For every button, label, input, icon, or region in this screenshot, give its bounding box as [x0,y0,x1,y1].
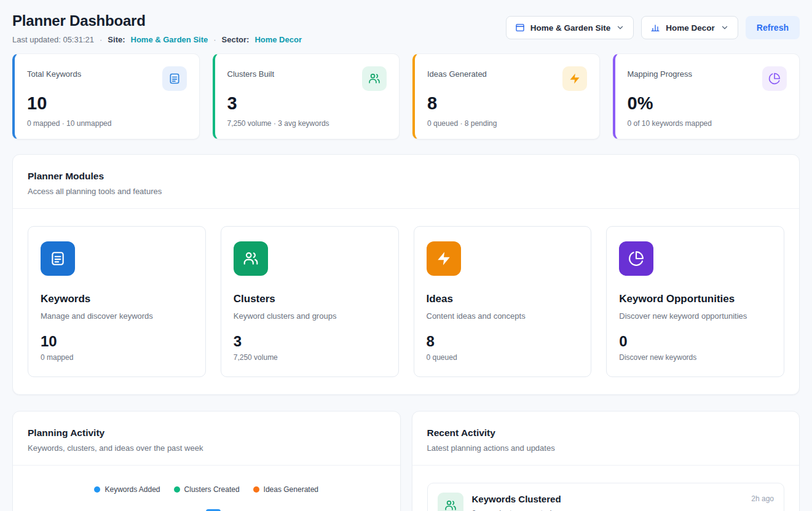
legend-label: Keywords Added [104,485,160,494]
module-description: Content ideas and concepts [427,311,579,321]
stat-label: Total Keywords [27,66,81,79]
activity-timestamp: 2h ago [751,493,774,503]
stat-value: 3 [227,93,387,114]
stat-detail: 7,250 volume · 3 avg keywords [227,119,387,128]
planning-activity-title: Planning Activity [28,427,385,439]
module-description: Discover new keyword opportunities [619,311,771,321]
last-updated-text: Last updated: 05:31:21 [12,35,94,44]
modules-section-header: Planner Modules Access all planning tool… [13,155,799,209]
module-detail: 7,250 volume [234,353,386,362]
sector-link[interactable]: Home Decor [254,35,302,44]
sector-selector-dropdown[interactable]: Home Decor [641,16,738,39]
stat-label: Clusters Built [227,66,275,79]
sector-label: Sector: [222,35,250,44]
stat-card-total-keywords: Total Keywords 10 0 mapped · 10 unmapped [12,53,200,139]
planning-activity-body: Keywords Added Clusters Created Ideas Ge… [13,466,400,511]
module-description: Manage and discover keywords [41,311,193,321]
module-value: 10 [41,333,193,350]
legend-item-ideas-generated: Ideas Generated [253,485,318,494]
module-card-keyword-opportunities[interactable]: Keyword Opportunities Discover new keywo… [606,226,784,377]
users-icon [234,241,268,276]
site-selector-dropdown[interactable]: Home & Garden Site [506,16,634,39]
recent-activity-subtitle: Latest planning actions and updates [427,443,785,453]
stat-card-top: Mapping Progress [628,66,787,91]
document-list-icon [162,66,187,91]
planning-activity-panel: Planning Activity Keywords, clusters, an… [12,411,401,511]
recent-activity-panel: Recent Activity Latest planning actions … [412,411,800,511]
activity-title: Keywords Clustered [472,494,743,504]
recent-activity-header: Recent Activity Latest planning actions … [412,412,800,466]
bar-chart-icon [650,23,660,33]
site-label: Site: [108,35,125,44]
module-card-ideas[interactable]: Ideas Content ideas and concepts 8 0 que… [414,226,592,377]
recent-activity-body: Keywords Clustered 3 new clusters create… [412,466,800,511]
site-icon [515,23,525,33]
legend-item-keywords-added: Keywords Added [94,485,160,494]
modules-grid: Keywords Manage and discover keywords 10… [13,209,799,394]
module-title: Clusters [234,293,386,305]
stat-label: Ideas Generated [427,66,487,79]
module-detail: 0 queued [427,353,579,362]
pie-chart-icon [619,241,653,276]
module-card-keywords[interactable]: Keywords Manage and discover keywords 10… [28,226,206,377]
stat-detail: 0 queued · 8 pending [427,119,587,128]
activity-content: Keywords Clustered 3 new clusters create… [472,493,743,511]
module-title: Ideas [427,293,579,305]
page-header: Planner Dashboard Last updated: 05:31:21… [12,12,800,44]
meta-separator: · [100,35,102,44]
users-icon [362,66,387,91]
module-value: 0 [619,333,771,350]
module-title: Keywords [41,293,193,305]
legend-dot-icon [174,486,180,493]
legend-dot-icon [94,486,100,493]
stat-detail: 0 mapped · 10 unmapped [27,119,187,128]
module-detail: 0 mapped [41,353,193,362]
module-card-clusters[interactable]: Clusters Keyword clusters and groups 3 7… [221,226,399,377]
pie-chart-icon [762,66,787,91]
users-icon [438,493,463,511]
legend-dot-icon [253,486,259,493]
legend-item-clusters-created: Clusters Created [174,485,240,494]
stat-detail: 0 of 10 keywords mapped [628,119,787,128]
stat-value: 0% [628,93,787,114]
refresh-button[interactable]: Refresh [746,16,800,39]
page-header-left: Planner Dashboard Last updated: 05:31:21… [12,12,302,44]
stats-row: Total Keywords 10 0 mapped · 10 unmapped… [12,53,800,139]
stat-card-ideas-generated: Ideas Generated 8 0 queued · 8 pending [412,53,600,139]
site-link[interactable]: Home & Garden Site [131,35,208,44]
stat-card-top: Ideas Generated [427,66,587,91]
recent-activity-title: Recent Activity [427,427,785,439]
stat-card-top: Total Keywords [27,66,187,91]
stat-card-top: Clusters Built [227,66,387,91]
page-title: Planner Dashboard [12,12,302,29]
module-detail: Discover new keywords [619,353,771,362]
planning-activity-header: Planning Activity Keywords, clusters, an… [13,412,400,466]
activity-description: 3 new clusters created [472,509,743,511]
chevron-down-icon [616,23,625,32]
module-description: Keyword clusters and groups [234,311,386,321]
module-value: 8 [427,333,579,350]
lightning-icon [562,66,587,91]
header-controls: Home & Garden Site Home Decor Refresh [506,12,800,39]
planning-activity-subtitle: Keywords, clusters, and ideas over the p… [28,443,385,453]
site-selector-value: Home & Garden Site [530,23,611,33]
stat-card-clusters-built: Clusters Built 3 7,250 volume · 3 avg ke… [213,53,400,139]
stat-label: Mapping Progress [628,66,693,79]
page-meta: Last updated: 05:31:21 · Site: Home & Ga… [12,35,302,44]
sector-selector-value: Home Decor [666,23,715,33]
legend-label: Ideas Generated [264,485,318,494]
planner-modules-section: Planner Modules Access all planning tool… [12,154,800,395]
chevron-down-icon [720,23,729,32]
meta-separator: · [213,35,216,44]
lightning-icon [427,241,461,276]
planning-activity-chart: 25 25 24 [28,501,385,511]
planner-dashboard-page: Planner Dashboard Last updated: 05:31:21… [0,0,812,511]
activity-list-item[interactable]: Keywords Clustered 3 new clusters create… [427,483,785,511]
module-title: Keyword Opportunities [619,293,771,305]
modules-section-title: Planner Modules [28,171,784,182]
bottom-panels: Planning Activity Keywords, clusters, an… [12,411,800,511]
stat-value: 8 [427,93,587,114]
stat-card-mapping-progress: Mapping Progress 0% 0 of 10 keywords map… [613,53,800,139]
legend-label: Clusters Created [184,485,240,494]
chart-legend: Keywords Added Clusters Created Ideas Ge… [28,485,385,494]
